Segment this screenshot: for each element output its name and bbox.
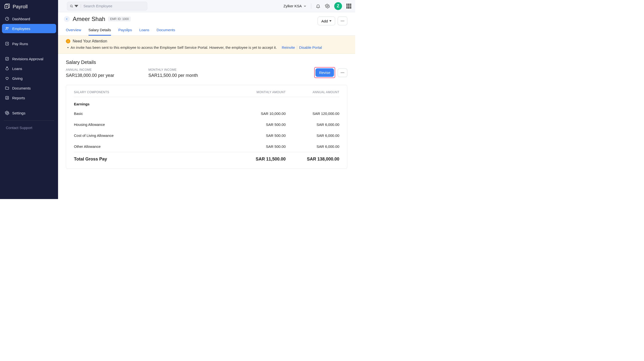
tab-overview[interactable]: Overview	[66, 28, 81, 35]
nav: Dashboard Employees Pay Runs Revisions A…	[0, 14, 58, 118]
revise-button[interactable]: Revise	[316, 68, 334, 77]
sidebar-item-label: Dashboard	[12, 17, 30, 21]
svg-point-14	[342, 72, 343, 73]
more-horizontal-icon	[340, 19, 345, 23]
disable-portal-link[interactable]: Disable Portal	[299, 45, 322, 50]
group-label: Earnings	[74, 97, 339, 108]
attention-banner: i Need Your Attention • An invite has be…	[58, 36, 355, 54]
monthly-income-label: MONTHLY INCOME	[148, 68, 198, 72]
svg-rect-5	[6, 57, 8, 60]
table-row: Housing Allowance SAR 500.00 SAR 6,000.0…	[74, 119, 339, 130]
component-monthly: SAR 500.00	[232, 134, 286, 138]
salary-table-card: SALARY COMPONENTS MONTHLY AMOUNT ANNUAL …	[66, 85, 347, 169]
component-annual: SAR 6,000.00	[286, 144, 339, 148]
table-row: Basic SAR 10,000.00 SAR 120,000.00	[74, 108, 339, 119]
salary-more-button[interactable]	[338, 68, 347, 77]
divider	[311, 4, 311, 9]
back-button[interactable]	[64, 16, 70, 22]
sidebar-item-reports[interactable]: Reports	[2, 93, 56, 102]
monthly-income-block: MONTHLY INCOME SAR11,500.00 per month	[148, 68, 198, 78]
payroll-logo-icon	[4, 4, 10, 10]
tab-salary-details[interactable]: Salary Details	[88, 28, 111, 36]
gauge-icon	[5, 16, 9, 21]
heart-icon	[5, 76, 9, 80]
sidebar-item-employees[interactable]: Employees	[2, 24, 56, 33]
more-horizontal-icon	[340, 70, 345, 75]
sidebar-item-pay-runs[interactable]: Pay Runs	[2, 39, 56, 48]
bullet: •	[67, 45, 68, 50]
tabs: Overview Salary Details Payslips Loans D…	[58, 25, 355, 36]
svg-point-11	[342, 21, 343, 22]
table-header: SALARY COMPONENTS MONTHLY AMOUNT ANNUAL …	[74, 90, 339, 97]
sidebar-item-settings[interactable]: Settings	[2, 108, 56, 118]
reinvite-link[interactable]: Reinvite	[282, 45, 295, 50]
col-monthly: MONTHLY AMOUNT	[232, 90, 286, 94]
gear-icon	[5, 111, 9, 115]
users-icon	[5, 26, 9, 31]
banner-message: An invite has been sent to this employee…	[70, 45, 277, 50]
add-button[interactable]: Add	[318, 16, 335, 25]
sidebar-item-dashboard[interactable]: Dashboard	[2, 14, 56, 24]
apps-grid-icon[interactable]	[346, 4, 351, 8]
svg-rect-0	[5, 5, 8, 8]
component-monthly: SAR 10,000.00	[232, 112, 286, 116]
component-annual: SAR 6,000.00	[286, 134, 339, 138]
add-button-label: Add	[321, 19, 328, 23]
tab-documents[interactable]: Documents	[156, 28, 175, 35]
component-annual: SAR 6,000.00	[286, 122, 339, 126]
chevron-left-icon	[66, 18, 68, 20]
monthly-income-value: SAR11,500.00 per month	[148, 73, 198, 78]
caret-down-icon	[74, 4, 78, 8]
gear-icon[interactable]	[325, 4, 330, 8]
sidebar-item-loans[interactable]: Loans	[2, 64, 56, 73]
search-wrap	[67, 2, 147, 10]
search-scope-selector[interactable]	[70, 4, 81, 8]
table-row: Other Allowance SAR 500.00 SAR 6,000.00	[74, 141, 339, 152]
topbar: Zylker KSA Z	[58, 0, 355, 12]
sidebar-item-label: Settings	[12, 111, 25, 115]
brand-label: Payroll	[13, 4, 28, 10]
total-row: Total Gross Pay SAR 11,500.00 SAR 138,00…	[74, 152, 339, 163]
money-bag-icon	[5, 66, 9, 71]
svg-point-9	[327, 5, 328, 6]
sidebar-item-giving[interactable]: Giving	[2, 74, 56, 83]
tab-payslips[interactable]: Payslips	[118, 28, 132, 35]
sidebar-item-label: Employees	[12, 26, 30, 31]
component-name: Other Allowance	[74, 144, 232, 148]
avatar[interactable]: Z	[334, 2, 342, 10]
svg-point-7	[6, 112, 8, 114]
svg-point-12	[344, 21, 344, 22]
col-components: SALARY COMPONENTS	[74, 90, 232, 94]
check-box-icon	[5, 56, 9, 61]
revise-highlight: Revise	[314, 67, 335, 78]
employee-name: Ameer Shah	[73, 16, 105, 22]
content: Salary Details ANNUAL INCOME SAR138,000.…	[58, 54, 355, 175]
sidebar-item-label: Reports	[12, 96, 25, 100]
sidebar-item-label: Pay Runs	[12, 42, 28, 46]
caret-down-icon	[329, 20, 332, 22]
search-input[interactable]	[81, 4, 145, 8]
contact-support-link[interactable]: Contact Support	[0, 123, 58, 132]
page-header: Ameer Shah EMP. ID: 1000 Add	[58, 12, 355, 25]
section-title: Salary Details	[66, 60, 347, 65]
avatar-initial: Z	[337, 4, 339, 8]
employee-id-badge: EMP. ID: 1000	[108, 16, 131, 22]
sidebar-item-revisions-approval[interactable]: Revisions Approval	[2, 54, 56, 64]
component-name: Housing Allowance	[74, 122, 232, 126]
annual-income-label: ANNUAL INCOME	[66, 68, 114, 72]
folder-icon	[5, 86, 9, 90]
total-monthly: SAR 11,500.00	[232, 156, 286, 162]
sidebar-item-documents[interactable]: Documents	[2, 84, 56, 93]
svg-point-15	[344, 72, 344, 73]
arrow-box-icon	[5, 42, 9, 46]
sidebar-item-label: Loans	[12, 66, 22, 71]
info-icon: i	[66, 39, 70, 44]
tab-loans[interactable]: Loans	[139, 28, 149, 35]
bell-icon[interactable]	[316, 4, 320, 8]
total-annual: SAR 138,000.00	[286, 156, 339, 162]
sidebar-item-label: Revisions Approval	[12, 57, 44, 61]
svg-point-10	[341, 21, 342, 22]
org-switcher[interactable]: Zylker KSA	[284, 4, 307, 8]
more-button[interactable]	[338, 16, 347, 25]
component-annual: SAR 120,000.00	[286, 112, 339, 116]
